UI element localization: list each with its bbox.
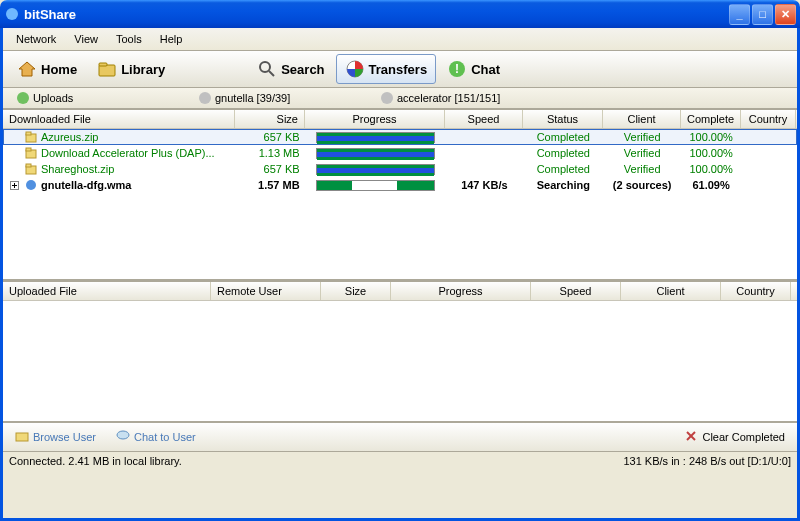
svg-point-3 (260, 62, 270, 72)
svg-rect-1 (99, 65, 115, 76)
home-icon (17, 59, 37, 79)
cell-complete: 61.09% (681, 178, 741, 192)
folder-icon (15, 429, 29, 445)
cell-size: 657 KB (236, 162, 306, 176)
col-upprog[interactable]: Progress (391, 282, 531, 300)
upload-icon (17, 92, 29, 104)
clear-completed-button[interactable]: Clear Completed (680, 427, 789, 447)
cell-file: gnutella-dfg.wma (4, 177, 236, 193)
table-row[interactable]: Azureus.zip657 KBCompletedVerified100.00… (3, 129, 797, 145)
menu-help[interactable]: Help (153, 30, 190, 48)
cell-speed (445, 152, 523, 154)
close-button[interactable]: ✕ (775, 4, 796, 25)
status-right: 131 KB/s in : 248 B/s out [D:1/U:0] (623, 455, 791, 467)
filter-accelerator[interactable]: accelerator [151/151] (373, 90, 553, 106)
network-icon (381, 92, 393, 104)
col-upspeed[interactable]: Speed (531, 282, 621, 300)
downloads-table: Downloaded File Size Progress Speed Stat… (3, 109, 797, 280)
cell-file: Download Accelerator Plus (DAP)... (4, 145, 236, 161)
col-user[interactable]: Remote User (211, 282, 321, 300)
col-country[interactable]: Country (741, 110, 796, 128)
status-bar: Connected. 2.41 MB in local library. 131… (3, 451, 797, 470)
search-button[interactable]: Search (248, 54, 333, 84)
cell-file: Azureus.zip (4, 129, 236, 145)
svg-rect-9 (26, 132, 31, 135)
svg-rect-18 (16, 433, 28, 441)
svg-point-17 (26, 180, 36, 190)
titlebar: bitShare _ □ ✕ (0, 0, 800, 28)
menu-network[interactable]: Network (9, 30, 63, 48)
svg-line-4 (269, 71, 274, 76)
cell-size: 657 KB (236, 130, 306, 144)
col-upsize[interactable]: Size (321, 282, 391, 300)
cell-client: Verified (603, 146, 681, 160)
chat-to-user-button[interactable]: Chat to User (112, 427, 200, 447)
transfers-icon (345, 59, 365, 79)
col-size[interactable]: Size (235, 110, 305, 128)
cell-client: (2 sources) (603, 178, 681, 192)
svg-text:!: ! (455, 62, 459, 76)
menu-view[interactable]: View (67, 30, 105, 48)
cell-progress (306, 131, 446, 144)
col-complete[interactable]: Complete (681, 110, 741, 128)
transfers-button[interactable]: Transfers (336, 54, 437, 84)
svg-point-19 (117, 431, 129, 439)
cell-speed (445, 168, 523, 170)
cell-file: Shareghost.zip (4, 161, 236, 177)
cell-progress (306, 163, 446, 176)
col-upcountry[interactable]: Country (721, 282, 791, 300)
chat-button[interactable]: ! Chat (438, 54, 509, 84)
svg-point-0 (6, 8, 18, 20)
cell-client: Verified (603, 162, 681, 176)
table-row[interactable]: Download Accelerator Plus (DAP)...1.13 M… (3, 145, 797, 161)
uploads-table: Uploaded File Remote User Size Progress … (3, 280, 797, 422)
table-row[interactable]: Shareghost.zip657 KBCompletedVerified100… (3, 161, 797, 177)
cell-speed: 147 KB/s (445, 178, 523, 192)
chat-icon: ! (447, 59, 467, 79)
uploads-body (3, 301, 797, 421)
col-status[interactable]: Status (523, 110, 603, 128)
library-button[interactable]: Library (88, 54, 174, 84)
cell-complete: 100.00% (681, 130, 741, 144)
cell-progress (306, 147, 446, 160)
clear-icon (684, 429, 698, 445)
cell-speed (445, 136, 523, 138)
window-title: bitShare (24, 7, 729, 22)
col-upclient[interactable]: Client (621, 282, 721, 300)
cell-status: Completed (523, 130, 603, 144)
home-button[interactable]: Home (8, 54, 86, 84)
svg-rect-13 (26, 164, 31, 167)
filter-gnutella[interactable]: gnutella [39/39] (191, 90, 371, 106)
minimize-button[interactable]: _ (729, 4, 750, 25)
cell-client: Verified (603, 130, 681, 144)
filter-uploads[interactable]: Uploads (9, 90, 189, 106)
chat-small-icon (116, 429, 130, 445)
table-row[interactable]: gnutella-dfg.wma1.57 MB147 KB/sSearching… (3, 177, 797, 193)
cell-country (741, 136, 796, 138)
network-icon (199, 92, 211, 104)
filter-bar: Uploads gnutella [39/39] accelerator [15… (3, 88, 797, 109)
status-left: Connected. 2.41 MB in local library. (9, 455, 623, 467)
svg-rect-11 (26, 148, 31, 151)
cell-country (741, 184, 796, 186)
cell-status: Completed (523, 146, 603, 160)
browse-user-button[interactable]: Browse User (11, 427, 100, 447)
cell-size: 1.13 MB (236, 146, 306, 160)
col-progress[interactable]: Progress (305, 110, 445, 128)
cell-status: Searching (523, 178, 603, 192)
cell-size: 1.57 MB (236, 178, 306, 192)
col-upfile[interactable]: Uploaded File (3, 282, 211, 300)
cell-country (741, 168, 796, 170)
search-icon (257, 59, 277, 79)
cell-complete: 100.00% (681, 146, 741, 160)
cell-complete: 100.00% (681, 162, 741, 176)
col-client[interactable]: Client (603, 110, 681, 128)
library-icon (97, 59, 117, 79)
bottom-toolbar: Browse User Chat to User Clear Completed (3, 422, 797, 451)
col-file[interactable]: Downloaded File (3, 110, 235, 128)
app-icon (4, 6, 20, 22)
maximize-button[interactable]: □ (752, 4, 773, 25)
menubar: Network View Tools Help (3, 28, 797, 51)
col-speed[interactable]: Speed (445, 110, 523, 128)
menu-tools[interactable]: Tools (109, 30, 149, 48)
